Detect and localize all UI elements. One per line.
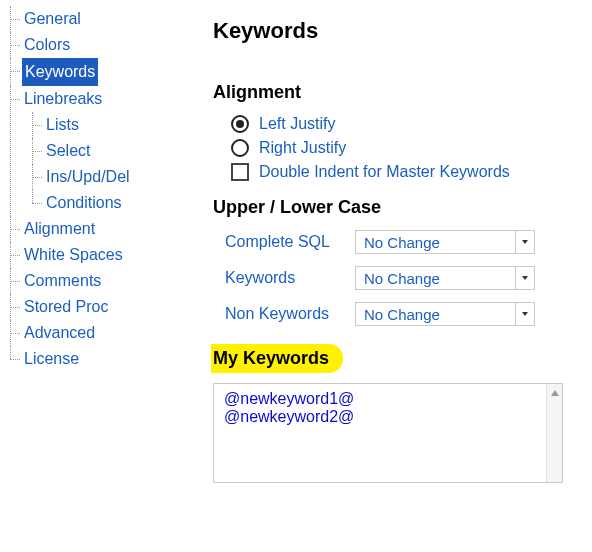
combo-keywords-value: No Change: [364, 270, 440, 287]
label-complete-sql: Complete SQL: [225, 233, 355, 251]
tree-item-alignment[interactable]: Alignment: [22, 216, 97, 242]
my-keywords-content: @newkeyword1@ @newkeyword2@: [214, 384, 562, 432]
combo-complete-sql[interactable]: No Change: [355, 230, 535, 254]
combo-complete-sql-value: No Change: [364, 234, 440, 251]
radio-left-justify-label[interactable]: Left Justify: [259, 115, 335, 133]
checkbox-double-indent-label[interactable]: Double Indent for Master Keywords: [259, 163, 510, 181]
radio-right-justify-label[interactable]: Right Justify: [259, 139, 346, 157]
tree-item-comments[interactable]: Comments: [22, 268, 103, 294]
scrollbar[interactable]: [546, 384, 562, 482]
label-non-keywords: Non Keywords: [225, 305, 355, 323]
main-panel: Keywords Alignment Left Justify Right Ju…: [203, 0, 592, 552]
my-keywords-heading: My Keywords: [211, 344, 343, 373]
tree-item-whitespaces[interactable]: White Spaces: [22, 242, 125, 268]
case-heading: Upper / Lower Case: [213, 197, 578, 218]
tree-item-advanced[interactable]: Advanced: [22, 320, 97, 346]
scroll-up-icon: [551, 390, 559, 396]
alignment-heading: Alignment: [213, 82, 578, 103]
tree-item-general[interactable]: General: [22, 6, 83, 32]
tree-item-conditions[interactable]: Conditions: [44, 190, 124, 216]
combo-keywords[interactable]: No Change: [355, 266, 535, 290]
radio-right-justify[interactable]: [231, 139, 249, 157]
tree-item-select[interactable]: Select: [44, 138, 92, 164]
tree-item-keywords[interactable]: Keywords: [22, 58, 98, 86]
chevron-down-icon: [522, 240, 528, 244]
checkbox-double-indent[interactable]: [231, 163, 249, 181]
chevron-down-icon: [522, 312, 528, 316]
label-keywords: Keywords: [225, 269, 355, 287]
tree-item-storedproc[interactable]: Stored Proc: [22, 294, 110, 320]
combo-non-keywords-value: No Change: [364, 306, 440, 323]
tree-item-license[interactable]: License: [22, 346, 81, 372]
page-title: Keywords: [213, 18, 578, 44]
tree-item-insupddel[interactable]: Ins/Upd/Del: [44, 164, 132, 190]
chevron-down-icon: [522, 276, 528, 280]
nav-tree: General Colors Keywords Linebreaks Lists…: [0, 0, 203, 552]
tree-item-lists[interactable]: Lists: [44, 112, 81, 138]
tree-item-colors[interactable]: Colors: [22, 32, 72, 58]
radio-left-justify[interactable]: [231, 115, 249, 133]
my-keywords-input[interactable]: @newkeyword1@ @newkeyword2@: [213, 383, 563, 483]
combo-non-keywords[interactable]: No Change: [355, 302, 535, 326]
tree-item-linebreaks[interactable]: Linebreaks: [22, 86, 104, 112]
